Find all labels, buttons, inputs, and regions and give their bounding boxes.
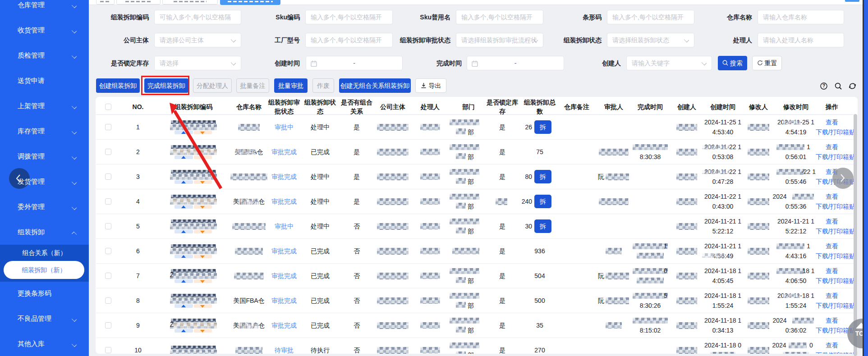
- svg-text:?: ?: [822, 83, 825, 88]
